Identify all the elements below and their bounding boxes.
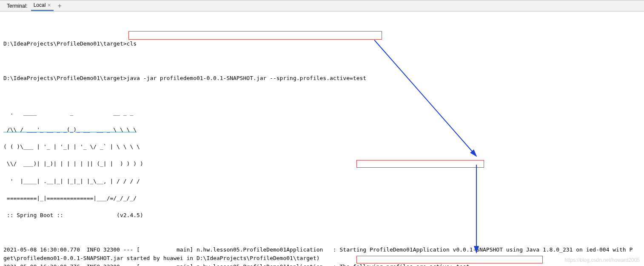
prompt-line: D:\IdeaProjects\ProfileDemo01\target>cls xyxy=(3,40,644,48)
log-line: get\profiledemo01-0.0.1-SNAPSHOT.jar sta… xyxy=(3,254,644,263)
blank-line xyxy=(3,91,644,100)
tab-label: Local xyxy=(34,2,46,8)
terminal-tab-bar: Terminal: Local × + xyxy=(0,0,644,11)
close-icon[interactable]: × xyxy=(47,2,51,9)
terminal-label: Terminal: xyxy=(3,3,31,9)
ascii-art-line: =========|_|==============|___/=/_/_/_/ xyxy=(3,194,644,203)
ascii-art-line: :: Spring Boot :: (v2.4.5) xyxy=(3,211,644,220)
terminal-panel: Terminal: Local × + D:\IdeaProjects\Prof… xyxy=(0,0,644,266)
add-tab-button[interactable]: + xyxy=(54,2,66,10)
prompt-line: D:\IdeaProjects\ProfileDemo01\target>jav… xyxy=(3,74,644,83)
blank-line xyxy=(3,229,644,237)
terminal-tab-local[interactable]: Local × xyxy=(31,0,54,11)
ascii-art-line: ' |____| .__|_| |_|_| |_\__, | / / / / xyxy=(3,177,644,186)
log-line: 2021-05-08 16:30:00.770 INFO 32300 --- [… xyxy=(3,246,644,254)
watermark: https://blog.csdn.net/howard2005 xyxy=(564,256,640,264)
terminal-output[interactable]: D:\IdeaProjects\ProfileDemo01\target>cls… xyxy=(0,11,644,266)
ascii-art-line: \\/ ___)| |_)| | | | | || (_| | ) ) ) ) xyxy=(3,160,644,168)
ascii-art-line: /\\ / ___'_ __ _ _(_)_ __ __ _ \ \ \ \ xyxy=(3,126,644,134)
blank-line xyxy=(3,57,644,66)
ascii-art-line: ( ( )\___ | '_ | '_| | '_ \/ _` | \ \ \ … xyxy=(3,143,644,151)
prompt-line xyxy=(3,23,644,31)
log-lines-container: 2021-05-08 16:30:00.770 INFO 32300 --- [… xyxy=(3,246,644,266)
annotation-box-command xyxy=(128,31,382,40)
ascii-art-line: . ____ _ __ _ _ xyxy=(3,109,644,117)
log-line: 2021-05-08 16:30:00.776 INFO 32300 --- [… xyxy=(3,263,644,266)
